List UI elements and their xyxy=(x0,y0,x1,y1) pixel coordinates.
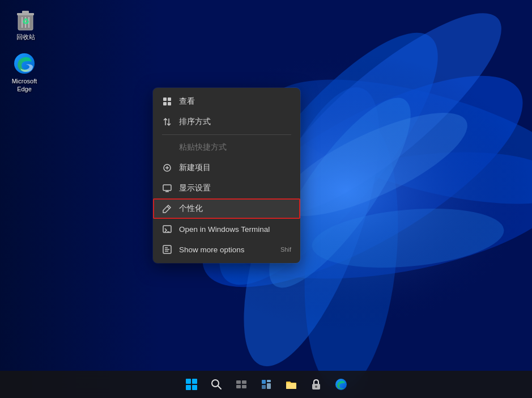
menu-item-more-options[interactable]: Show more options Shif xyxy=(153,239,300,260)
svg-rect-48 xyxy=(286,383,296,389)
search-button[interactable] xyxy=(205,373,228,396)
svg-rect-44 xyxy=(262,380,266,384)
menu-terminal-label: Open in Windows Terminal xyxy=(179,225,291,234)
menu-paste-label: 粘贴快捷方式 xyxy=(179,142,291,153)
widgets-icon xyxy=(261,379,272,390)
svg-point-10 xyxy=(309,201,506,274)
terminal-icon xyxy=(162,224,172,234)
menu-item-terminal[interactable]: Open in Windows Terminal xyxy=(153,219,300,239)
edge-label: Microsoft Edge xyxy=(7,77,42,94)
windows-logo-icon xyxy=(186,379,197,390)
svg-rect-43 xyxy=(242,385,246,388)
edge-taskbar-icon xyxy=(335,378,347,391)
file-explorer-icon xyxy=(285,379,297,390)
menu-more-label: Show more options xyxy=(179,245,274,254)
task-view-icon xyxy=(236,379,247,390)
recycle-bin-label: 回收站 xyxy=(16,33,35,41)
menu-display-label: 显示设置 xyxy=(179,183,291,193)
edge-image xyxy=(13,52,36,75)
edge-taskbar-button[interactable] xyxy=(330,373,352,396)
menu-new-label: 新建项目 xyxy=(179,163,291,173)
lock-button[interactable] xyxy=(305,373,327,396)
svg-line-39 xyxy=(218,386,221,389)
svg-point-6 xyxy=(294,116,408,395)
widgets-button[interactable] xyxy=(255,373,278,396)
svg-rect-45 xyxy=(267,380,271,382)
menu-item-sort[interactable]: 排序方式 xyxy=(153,112,300,132)
desktop: ♻ 回收站 Mi xyxy=(0,0,532,398)
svg-rect-47 xyxy=(267,383,271,389)
svg-rect-40 xyxy=(236,380,241,384)
menu-personalize-label: 个性化 xyxy=(179,204,291,214)
svg-line-31 xyxy=(167,206,169,209)
menu-sort-label: 排序方式 xyxy=(179,117,291,127)
menu-view-label: 查看 xyxy=(179,96,291,107)
display-icon xyxy=(162,183,172,193)
menu-item-new[interactable]: 新建项目 xyxy=(153,158,300,178)
menu-item-display[interactable]: 显示设置 xyxy=(153,178,300,198)
svg-rect-28 xyxy=(163,185,171,190)
svg-rect-46 xyxy=(262,385,266,389)
svg-rect-24 xyxy=(168,102,171,105)
new-item-icon xyxy=(162,163,172,173)
svg-text:♻: ♻ xyxy=(22,17,29,26)
svg-rect-15 xyxy=(22,11,29,14)
svg-rect-23 xyxy=(163,102,167,105)
menu-item-view[interactable]: 查看 xyxy=(153,91,300,112)
menu-item-personalize[interactable]: 个性化 xyxy=(153,198,300,219)
svg-rect-22 xyxy=(168,98,171,101)
more-options-icon xyxy=(162,244,172,255)
menu-divider-1 xyxy=(162,134,291,135)
personalize-icon xyxy=(162,204,172,214)
paste-icon xyxy=(162,142,172,153)
start-button[interactable] xyxy=(180,373,203,396)
svg-rect-41 xyxy=(242,380,246,384)
recycle-bin-icon[interactable]: ♻ 回收站 xyxy=(6,6,45,43)
svg-rect-21 xyxy=(163,98,167,101)
svg-rect-42 xyxy=(236,385,241,388)
menu-item-paste-shortcut[interactable]: 粘贴快捷方式 xyxy=(153,137,300,158)
sort-icon xyxy=(162,117,172,127)
context-menu: 查看 排序方式 粘贴快捷方式 xyxy=(153,88,300,263)
taskbar xyxy=(0,371,532,398)
lock-icon xyxy=(311,379,321,390)
svg-point-50 xyxy=(315,386,317,388)
task-view-button[interactable] xyxy=(230,373,253,396)
grid-icon xyxy=(162,96,172,107)
microsoft-edge-icon[interactable]: Microsoft Edge xyxy=(5,50,44,96)
search-icon xyxy=(211,379,222,390)
file-explorer-button[interactable] xyxy=(280,373,303,396)
menu-more-shortcut: Shif xyxy=(280,246,291,253)
svg-rect-32 xyxy=(163,226,171,232)
recycle-bin-image: ♻ xyxy=(14,8,37,31)
svg-point-38 xyxy=(212,380,219,387)
